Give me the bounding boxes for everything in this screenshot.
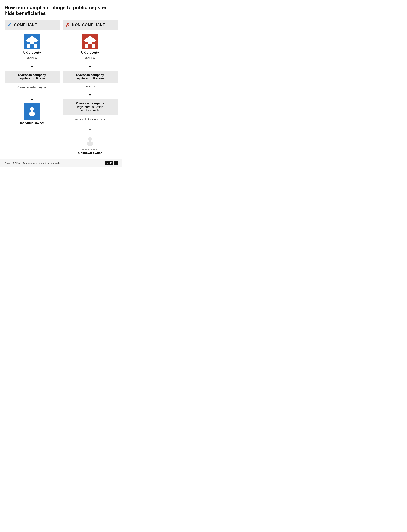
no-record-text: No record of owner's name <box>74 118 106 121</box>
compliant-label: COMPLIANT <box>14 23 37 27</box>
svg-point-6 <box>30 107 34 111</box>
dashed-arrow <box>89 123 91 131</box>
right-property-label: UK property <box>81 51 99 54</box>
unknown-person-svg <box>85 136 95 146</box>
right-solid-arrow-1 <box>89 60 91 68</box>
page-title: How non-compliant filings to public regi… <box>5 5 117 16</box>
individual-owner-label: Individual owner <box>20 121 44 125</box>
left-company-box: Overseas company registered in Russia <box>5 71 60 84</box>
compliant-badge: ✓ COMPLIANT <box>5 20 60 30</box>
svg-rect-11 <box>88 44 92 48</box>
right-solid-arrow-2 <box>89 89 91 96</box>
svg-rect-5 <box>34 42 37 44</box>
check-icon: ✓ <box>7 22 12 28</box>
right-company-box-2: Overseas company registered in BritishVi… <box>63 99 117 116</box>
source-text: Source: BBC and Transparency Internation… <box>5 162 60 164</box>
footer: Source: BBC and Transparency Internation… <box>0 159 122 167</box>
svg-point-15 <box>87 141 93 146</box>
house-blue-svg <box>24 34 40 49</box>
right-company1-title: Overseas company <box>65 73 115 77</box>
unknown-owner-icon <box>82 133 98 150</box>
left-arrow-1: owned by <box>27 56 37 69</box>
left-company-sub: registered in Russia <box>7 77 57 80</box>
svg-rect-4 <box>27 42 30 44</box>
svg-point-7 <box>29 111 35 116</box>
svg-point-14 <box>88 137 92 141</box>
right-arrow-2: owned by <box>85 85 95 97</box>
left-property-icon <box>24 34 40 49</box>
right-owned-by-2: owned by <box>85 85 95 88</box>
right-company-box-1: Overseas company registered in Panama <box>63 71 117 84</box>
house-red-svg <box>82 34 98 49</box>
right-arrow-1: owned by <box>85 56 95 69</box>
left-property-label: UK property <box>23 51 41 54</box>
cross-icon: ✗ <box>65 22 70 28</box>
non-compliant-label: NON-COMPLIANT <box>72 23 105 27</box>
right-company1-sub: registered in Panama <box>65 77 115 80</box>
right-property-icon <box>82 34 98 49</box>
columns: ✓ COMPLIANT UK property <box>5 20 117 155</box>
left-owned-by-1: owned by <box>27 56 37 59</box>
individual-owner-icon <box>24 103 40 120</box>
svg-rect-12 <box>86 42 88 44</box>
svg-rect-3 <box>30 44 34 48</box>
left-solid-arrow-2 <box>31 91 33 101</box>
right-column: ✗ NON-COMPLIANT UK property owned by <box>63 20 117 155</box>
bbc-b2: B <box>109 161 113 165</box>
bbc-logo: B B C <box>105 161 117 165</box>
right-company2-title: Overseas company <box>65 102 115 105</box>
left-solid-arrow-1 <box>31 60 33 68</box>
left-owner-text: Owner named on register <box>17 85 47 89</box>
left-column: ✓ COMPLIANT UK property <box>5 20 60 155</box>
person-svg <box>27 106 37 117</box>
right-owned-by-1: owned by <box>85 56 95 59</box>
svg-rect-13 <box>92 42 95 44</box>
bbc-b1: B <box>105 161 109 165</box>
unknown-owner-label: Unknown owner <box>78 151 102 155</box>
non-compliant-badge: ✗ NON-COMPLIANT <box>63 20 117 30</box>
main-container: How non-compliant filings to public regi… <box>0 0 122 155</box>
right-company2-sub: registered in BritishVirgin Islands <box>65 105 115 112</box>
bbc-c: C <box>114 161 117 165</box>
left-company-title: Overseas company <box>7 73 57 77</box>
